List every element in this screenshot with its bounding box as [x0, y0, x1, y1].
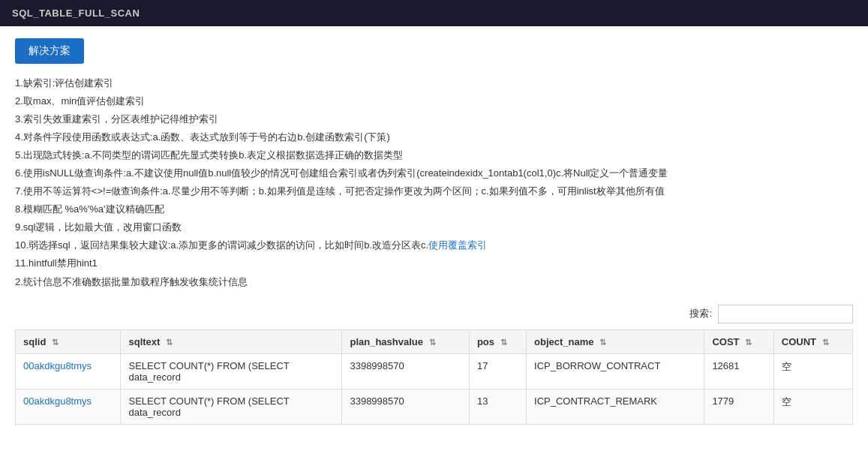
sort-icon-sqltext[interactable]: ⇅ — [166, 338, 173, 347]
table-header-row: sqlid ⇅ sqltext ⇅ plan_hashvalue ⇅ pos ⇅… — [16, 329, 853, 353]
solution-line-1: 1.缺索引:评估创建索引 — [15, 74, 853, 92]
main-content: 解决方案 1.缺索引:评估创建索引 2.取max、min值评估创建索引 3.索引… — [0, 26, 868, 437]
solution-line-6: 6.使用isNULL做查询条件:a.不建议使用null值b.null值较少的情况… — [15, 164, 853, 182]
sort-icon-count[interactable]: ⇅ — [822, 338, 829, 347]
col-pos[interactable]: pos ⇅ — [469, 329, 526, 353]
search-label: 搜索: — [689, 307, 712, 320]
search-input[interactable] — [718, 305, 853, 323]
solution-text: 1.缺索引:评估创建索引 2.取max、min值评估创建索引 3.索引失效重建索… — [15, 74, 853, 291]
cell-plan-hashvalue: 3398998570 — [342, 389, 469, 424]
cell-pos: 13 — [469, 389, 526, 424]
sort-icon-plan-hashvalue[interactable]: ⇅ — [429, 338, 436, 347]
solution-line-9: 9.sql逻辑，比如最大值，改用窗口函数 — [15, 218, 853, 236]
sort-icon-pos[interactable]: ⇅ — [500, 338, 507, 347]
col-cost[interactable]: COST ⇅ — [704, 329, 773, 353]
solution-line-8: 8.模糊匹配 %a%'%a'建议精确匹配 — [15, 200, 853, 218]
solution-line-5: 5.出现隐式转换:a.不同类型的谓词匹配先显式类转换b.表定义根据数据选择正确的… — [15, 146, 853, 164]
covering-index-link[interactable]: 使用覆盖索引 — [428, 239, 487, 251]
col-sqltext[interactable]: sqltext ⇅ — [121, 329, 342, 353]
col-object-name[interactable]: object_name ⇅ — [527, 329, 704, 353]
solution-button[interactable]: 解决方案 — [15, 38, 84, 64]
cell-sqltext: SELECT COUNT(*) FROM (SELECTdata_record — [121, 353, 342, 389]
cell-cost: 12681 — [704, 353, 773, 389]
cell-sqlid[interactable]: 00akdkgu8tmys — [16, 389, 121, 424]
solution-line-4: 4.对条件字段使用函数或表达式:a.函数、表达式放到等于号的右边b.创建函数索引… — [15, 128, 853, 146]
col-count[interactable]: COUNT ⇅ — [773, 329, 852, 353]
cell-count: 空 — [773, 389, 852, 424]
cell-count: 空 — [773, 353, 852, 389]
col-sqlid[interactable]: sqlid ⇅ — [16, 329, 121, 353]
solution-line-7: 7.使用不等运算符<>!=做查询条件:a.尽量少用不等判断；b.如果列值是连续，… — [15, 182, 853, 200]
solution-line-12: 2.统计信息不准确数据批量加载程序触发收集统计信息 — [15, 273, 853, 291]
solution-line-3: 3.索引失效重建索引，分区表维护记得维护索引 — [15, 110, 853, 128]
table-row: 00akdkgu8tmys SELECT COUNT(*) FROM (SELE… — [16, 389, 853, 424]
solution-line-2: 2.取max、min值评估创建索引 — [15, 92, 853, 110]
solution-line-11: 11.hintfull禁用hint1 — [15, 254, 853, 272]
cell-object-name: ICP_CONTRACT_REMARK — [527, 389, 704, 424]
cell-pos: 17 — [469, 353, 526, 389]
page-title: SQL_TABLE_FULL_SCAN — [12, 8, 140, 19]
sort-icon-cost[interactable]: ⇅ — [745, 338, 752, 347]
search-bar: 搜索: — [15, 305, 853, 323]
sort-icon-object-name[interactable]: ⇅ — [599, 338, 606, 347]
cell-sqlid[interactable]: 00akdkgu8tmys — [16, 353, 121, 389]
cell-sqltext: SELECT COUNT(*) FROM (SELECTdata_record — [121, 389, 342, 424]
col-plan-hashvalue[interactable]: plan_hashvalue ⇅ — [342, 329, 469, 353]
sort-icon-sqlid[interactable]: ⇅ — [52, 338, 59, 347]
cell-plan-hashvalue: 3398998570 — [342, 353, 469, 389]
cell-object-name: ICP_BORROW_CONTRACT — [527, 353, 704, 389]
top-bar: SQL_TABLE_FULL_SCAN — [0, 0, 868, 26]
table-row: 00akdkgu8tmys SELECT COUNT(*) FROM (SELE… — [16, 353, 853, 389]
solution-line-10: 10.弱选择sql，返回结果集较大建议:a.添加更多的谓词减少数据的访问，比如时… — [15, 236, 853, 254]
data-table: sqlid ⇅ sqltext ⇅ plan_hashvalue ⇅ pos ⇅… — [15, 329, 853, 425]
cell-cost: 1779 — [704, 389, 773, 424]
